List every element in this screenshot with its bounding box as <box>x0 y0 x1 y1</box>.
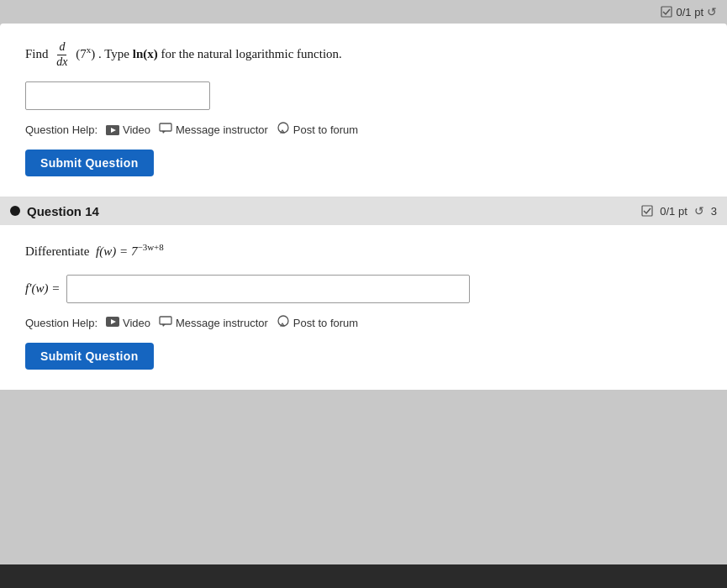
undo-icon[interactable]: ↺ <box>707 5 717 18</box>
q13-fraction: d dx <box>55 40 69 70</box>
fraction-denominator: dx <box>55 55 69 70</box>
q14-header-bar: Question 14 0/1 pt ↺ 3 <box>0 197 727 225</box>
q14-forum-icon-svg <box>277 315 290 328</box>
page-container: 0/1 pt ↺ Find d dx (7x) . Type ln(x) for… <box>0 0 727 588</box>
q14-video-icon-svg <box>106 317 119 327</box>
q14-forum-icon <box>277 315 290 331</box>
q13-section: Find d dx (7x) . Type ln(x) for the natu… <box>25 40 702 176</box>
q14-video-help[interactable]: Video <box>106 317 150 329</box>
q14-problem-prefix: Differentiate <box>25 244 89 258</box>
q14-help-label: Question Help: <box>25 317 97 329</box>
q14-exponent: −3w+8 <box>137 242 163 252</box>
message-icon <box>159 123 172 136</box>
q14-undo-num: 3 <box>711 205 717 218</box>
svg-marker-5 <box>281 130 284 133</box>
q13-answer-input[interactable] <box>25 81 210 110</box>
q13-instruction-end: . Type ln(x) for the natural logarithmic… <box>98 47 342 60</box>
fraction-numerator: d <box>57 40 66 55</box>
q13-instruction-prefix: Find <box>25 47 49 60</box>
q14-points-label: 0/1 pt <box>660 205 687 218</box>
q14-fprime-line: f′(w) = <box>25 275 702 303</box>
q13-problem-text: Find d dx (7x) . Type ln(x) for the natu… <box>25 40 702 70</box>
check-icon <box>661 6 672 18</box>
q13-forum-help[interactable]: Post to forum <box>277 122 358 138</box>
q14-title: Question 14 <box>27 204 99 218</box>
svg-rect-6 <box>642 206 652 216</box>
q14-fprime-label: f′(w) = <box>25 281 60 296</box>
q14-message-icon <box>159 316 172 329</box>
svg-marker-11 <box>281 323 284 326</box>
q13-submit-button[interactable]: Submit Question <box>25 150 154 176</box>
forum-icon-svg <box>277 122 290 135</box>
q14-help-row: Question Help: Video Message <box>25 315 702 331</box>
video-icon <box>106 125 119 135</box>
q14-undo-icon[interactable]: ↺ <box>694 204 704 218</box>
q14-message-label: Message instructor <box>176 317 268 329</box>
svg-rect-3 <box>160 123 171 131</box>
q14-video-label: Video <box>123 317 150 329</box>
q13-message-help[interactable]: Message instructor <box>159 123 268 136</box>
forum-icon <box>277 122 290 138</box>
q14-content-area: Differentiate f(w) = 7−3w+8 f′(w) = Ques… <box>0 225 727 390</box>
q14-message-icon-svg <box>159 316 172 327</box>
q14-video-icon <box>106 317 119 329</box>
q14-check-icon <box>641 205 653 217</box>
q13-video-help[interactable]: Video <box>106 123 150 136</box>
q14-forum-label: Post to forum <box>293 317 358 329</box>
q14-header-right: 0/1 pt ↺ 3 <box>641 204 717 218</box>
message-icon-svg <box>159 123 172 134</box>
q14-forum-help[interactable]: Post to forum <box>277 315 358 331</box>
svg-rect-9 <box>160 317 171 324</box>
bottom-bar <box>0 564 727 588</box>
q13-forum-label: Post to forum <box>293 123 358 136</box>
q14-message-help[interactable]: Message instructor <box>159 316 268 329</box>
q13-exponent: x <box>87 45 92 55</box>
q13-points-label: 0/1 pt <box>676 6 703 18</box>
q14-submit-button[interactable]: Submit Question <box>25 343 154 370</box>
q13-help-label: Question Help: <box>25 123 97 136</box>
q14-problem-text: Differentiate f(w) = 7−3w+8 <box>25 240 702 261</box>
q13-content-area: Find d dx (7x) . Type ln(x) for the natu… <box>0 24 727 197</box>
q13-instruction-suffix: (7x) <box>76 47 95 60</box>
video-icon-svg <box>106 125 119 135</box>
q13-video-label: Video <box>123 123 150 136</box>
bullet-dot <box>10 206 20 216</box>
q13-help-row: Question Help: Video <box>25 122 702 138</box>
q14-answer-input[interactable] <box>66 275 470 303</box>
q13-points-badge: 0/1 pt ↺ <box>661 5 717 18</box>
q14-title-group: Question 14 <box>10 204 99 218</box>
q14-function: f(w) = 7−3w+8 <box>96 244 164 258</box>
svg-rect-0 <box>661 7 672 17</box>
q13-message-label: Message instructor <box>176 123 268 136</box>
top-bar: 0/1 pt ↺ <box>0 0 727 24</box>
